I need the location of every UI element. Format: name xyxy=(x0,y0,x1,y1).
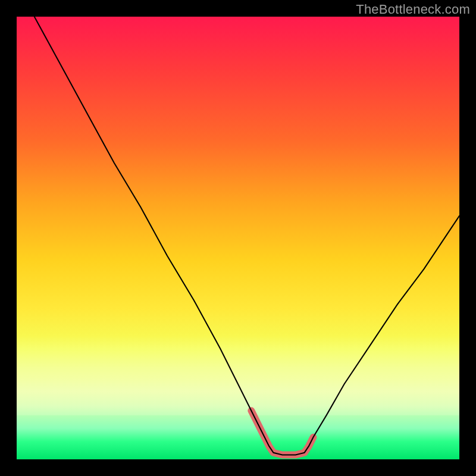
watermark-text: TheBottleneck.com xyxy=(356,2,470,17)
chart-frame: TheBottleneck.com xyxy=(0,0,476,476)
plot-area xyxy=(17,17,459,459)
optimal-range-highlight xyxy=(251,411,313,455)
curve-layer xyxy=(17,17,459,459)
bottleneck-curve-line xyxy=(35,17,459,455)
